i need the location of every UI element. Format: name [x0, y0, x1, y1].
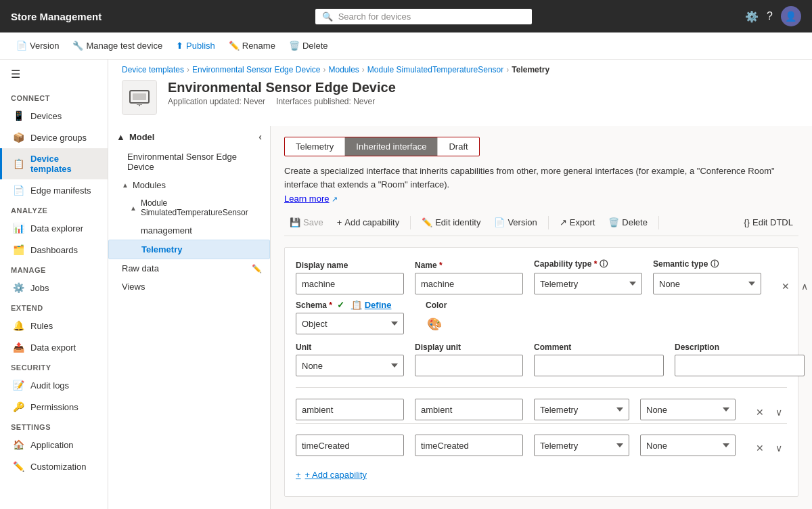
sub-add-capability-button[interactable]: + Add capability	[332, 215, 405, 230]
semantic-type-select-2[interactable]: None	[640, 399, 736, 420]
tab-draft[interactable]: Draft	[438, 137, 478, 156]
capability-type-select-3[interactable]: Telemetry	[534, 435, 629, 456]
sidebar-item-device-templates[interactable]: 📋 Device templates	[0, 148, 108, 179]
display-name-input-1[interactable]	[296, 273, 404, 294]
tab-inherited-interface[interactable]: Inherited interface	[345, 137, 438, 156]
sidebar-item-device-groups-label: Device groups	[30, 133, 87, 143]
sub-toolbar-sep-1	[410, 216, 411, 229]
semantic-type-select-1[interactable]: None Temperature Humidity	[653, 273, 761, 294]
raw-data-edit-icon[interactable]: ✏️	[252, 264, 262, 273]
search-bar[interactable]: 🔍 Search for devices	[315, 9, 532, 24]
hamburger-menu[interactable]: ☰	[0, 60, 108, 89]
tree-env-sensor[interactable]: Environmental Sensor Edge Device	[108, 148, 270, 176]
sidebar-item-data-explorer[interactable]: 📊 Data explorer	[0, 217, 108, 239]
display-name-input-2[interactable]	[296, 399, 404, 420]
name-input-3[interactable]	[415, 435, 523, 456]
description-input-1[interactable]	[675, 355, 805, 376]
app-updated: Application updated: Never	[168, 97, 265, 106]
schema-section: Schema * ✓ 📋 Define Object Str	[296, 300, 404, 334]
name-input-1[interactable]	[415, 273, 523, 294]
rename-icon: ✏️	[229, 41, 240, 51]
publish-button[interactable]: ⬆ Publish	[171, 38, 221, 53]
help-icon[interactable]: ?	[767, 10, 773, 22]
sub-edit-identity-button[interactable]: ✏️ Edit identity	[416, 215, 486, 230]
edit-dtdl-button[interactable]: {} Edit DTDL	[738, 215, 798, 230]
row-3-expand-button[interactable]: ∨	[771, 440, 787, 456]
row-1-remove-button[interactable]: ✕	[777, 278, 794, 294]
sidebar-item-rules[interactable]: 🔔 Rules	[0, 315, 108, 336]
unit-select-1[interactable]: None Celsius	[296, 355, 404, 376]
tree-telemetry[interactable]: Telemetry	[108, 240, 270, 259]
search-icon: 🔍	[322, 12, 333, 22]
capability-type-select-2[interactable]: Telemetry	[534, 399, 629, 420]
sidebar-item-customization[interactable]: ✏️ Customization	[0, 456, 108, 477]
customization-icon: ✏️	[13, 461, 24, 472]
tree-modules-header[interactable]: ▲ Modules	[108, 176, 270, 194]
sidebar-item-device-groups[interactable]: 📦 Device groups	[0, 127, 108, 148]
manage-test-button[interactable]: 🔧 Manage test device	[67, 38, 168, 53]
row-2-remove-button[interactable]: ✕	[752, 404, 768, 420]
sidebar-item-dashboards[interactable]: 🗂️ Dashboards	[0, 239, 108, 261]
breadcrumb-device-templates[interactable]: Device templates	[122, 65, 184, 74]
add-icon: +	[296, 470, 301, 480]
main-layout: ☰ Connect 📱 Devices 📦 Device groups 📋 De…	[0, 60, 812, 509]
tab-telemetry[interactable]: Telemetry	[285, 137, 345, 156]
sub-toolbar-sep-3	[658, 216, 659, 229]
delete-button[interactable]: 🗑️ Delete	[284, 38, 334, 53]
tree-modules-label: Modules	[133, 180, 166, 190]
sidebar-item-rules-label: Rules	[30, 321, 53, 331]
sidebar-item-permissions[interactable]: 🔑 Permissions	[0, 396, 108, 418]
schema-define-link[interactable]: 📋 Define	[351, 300, 392, 310]
sidebar-item-edge-manifests[interactable]: 📄 Edge manifests	[0, 179, 108, 201]
semantic-type-select-3[interactable]: None	[640, 435, 736, 456]
row-3-remove-button[interactable]: ✕	[752, 440, 768, 456]
description-field-1: Description	[675, 342, 805, 376]
breadcrumb-sep-4: ›	[506, 65, 509, 74]
version-button[interactable]: 📄 Version	[11, 38, 64, 53]
extend-section-label: Extend	[0, 298, 108, 315]
row-2-expand-button[interactable]: ∨	[771, 404, 787, 420]
sidebar-item-devices[interactable]: 📱 Devices	[0, 105, 108, 127]
sidebar-item-audit-logs[interactable]: 📝 Audit logs	[0, 374, 108, 396]
tree-management[interactable]: management	[108, 221, 270, 240]
sidebar-item-jobs[interactable]: ⚙️ Jobs	[0, 277, 108, 298]
name-input-2[interactable]	[415, 399, 523, 420]
sub-save-button[interactable]: 💾 Save	[284, 215, 329, 230]
sidebar-item-data-export[interactable]: 📤 Data export	[0, 336, 108, 358]
edit-dtdl-icon: {}	[744, 217, 750, 227]
sidebar-item-application[interactable]: 🏠 Application	[0, 434, 108, 456]
add-capability-link[interactable]: + + Add capability	[296, 464, 787, 485]
display-unit-input-1[interactable]	[415, 355, 523, 376]
sub-delete-button[interactable]: 🗑️ Delete	[603, 215, 653, 230]
color-palette-button[interactable]: 🎨	[426, 315, 443, 333]
sub-version-button[interactable]: 📄 Version	[489, 215, 542, 230]
form-row-2: Telemetry None ✕ ∨	[296, 399, 787, 420]
breadcrumb-env-sensor[interactable]: Environmental Sensor Edge Device	[192, 65, 320, 74]
row-1-actions: ✕ ∧	[777, 278, 812, 294]
capability-type-select-1[interactable]: Telemetry Property Command	[534, 273, 642, 294]
sub-export-button[interactable]: ↗ Export	[554, 215, 601, 230]
user-avatar[interactable]: 👤	[781, 6, 801, 26]
tree-collapse-btn[interactable]: ‹	[258, 131, 262, 142]
tree-module-sim-header[interactable]: ▲ Module SimulatedTemperatureSensor	[108, 194, 270, 221]
display-name-input-3[interactable]	[296, 435, 404, 456]
settings-icon[interactable]: ⚙️	[745, 10, 759, 23]
define-icon: 📋	[351, 300, 362, 310]
rename-button[interactable]: ✏️ Rename	[223, 38, 281, 53]
page-title: Environmental Sensor Edge Device	[168, 80, 396, 95]
breadcrumb-module-sim[interactable]: Module SimulatedTemperatureSensor	[367, 65, 503, 74]
tree-model-header[interactable]: ▲ Model ‹	[108, 126, 270, 148]
schema-select-1[interactable]: Object String Integer	[296, 313, 404, 334]
edit-identity-icon: ✏️	[422, 217, 432, 227]
comment-input-1[interactable]	[534, 355, 664, 376]
learn-more-link[interactable]: Learn more	[284, 194, 329, 204]
capability-row-3-divider: Telemetry None ✕ ∨	[296, 423, 787, 456]
analyze-section-label: Analyze	[0, 201, 108, 217]
tree-raw-data[interactable]: Raw data ✏️	[108, 259, 270, 278]
publish-icon: ⬆	[176, 41, 183, 51]
tree-views[interactable]: Views	[108, 278, 270, 296]
breadcrumb-modules[interactable]: Modules	[328, 65, 359, 74]
sidebar-item-data-export-label: Data export	[30, 342, 76, 353]
row-1-expand-button[interactable]: ∧	[796, 278, 812, 294]
breadcrumb-sep-1: ›	[187, 65, 189, 74]
